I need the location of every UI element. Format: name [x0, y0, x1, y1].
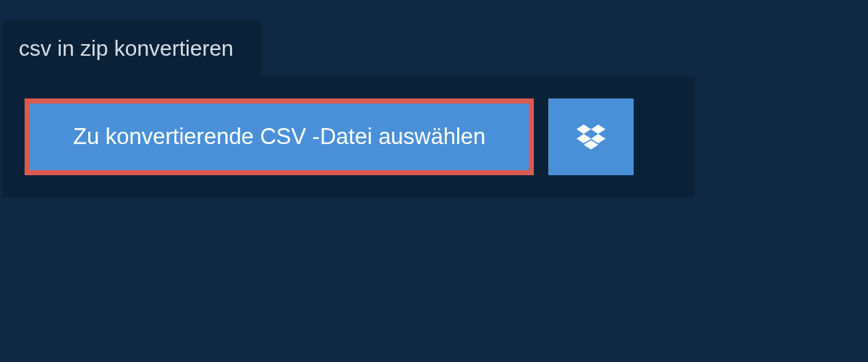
dropbox-button[interactable]	[548, 98, 634, 175]
tab-bar: csv in zip konvertieren	[3, 20, 868, 77]
button-row: Zu konvertierende CSV -Datei auswählen	[25, 98, 676, 175]
tab-csv-to-zip[interactable]: csv in zip konvertieren	[3, 20, 261, 77]
dropbox-icon	[576, 122, 605, 151]
select-file-label: Zu konvertierende CSV -Datei auswählen	[73, 124, 485, 149]
select-file-button[interactable]: Zu konvertierende CSV -Datei auswählen	[25, 98, 534, 175]
tab-title: csv in zip konvertieren	[19, 36, 234, 60]
converter-panel: Zu konvertierende CSV -Datei auswählen	[3, 77, 694, 197]
